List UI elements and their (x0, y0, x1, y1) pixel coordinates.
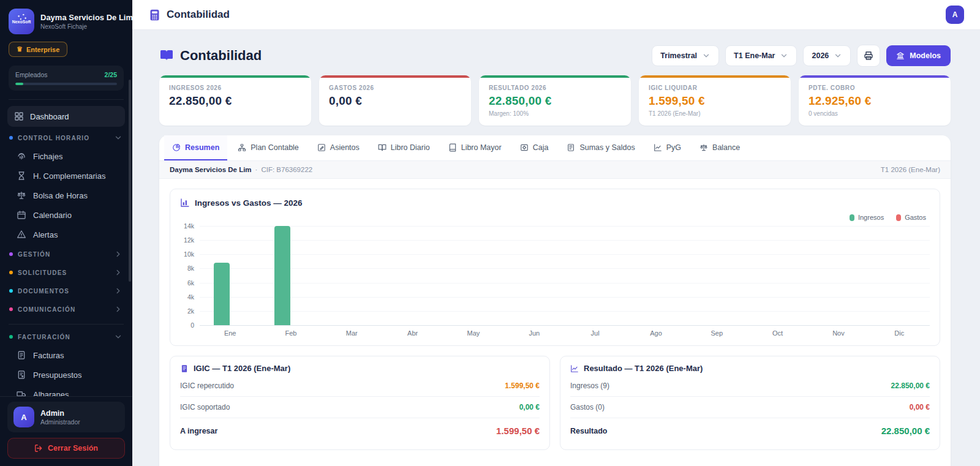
app-root: NexoSoft Dayma Servicios De Lim NexoSoft… (0, 0, 980, 466)
section-dot (9, 136, 13, 140)
chevron-down-icon (114, 333, 123, 341)
tab-balance[interactable]: Balance (692, 135, 748, 160)
bar-group-mar (322, 226, 382, 325)
stat-note (169, 110, 301, 118)
sidebar-item-facturas[interactable]: Facturas (0, 345, 132, 365)
legend-gastos[interactable]: Gastos (896, 214, 926, 221)
row-label: IGIC repercutido (180, 381, 234, 390)
tab-label: PyG (666, 143, 681, 152)
tab-plan-contable[interactable]: Plan Contable (230, 135, 307, 160)
models-button[interactable]: Modelos (886, 45, 951, 66)
stat-note: T1 2026 (Ene-Mar) (649, 110, 781, 118)
tab-bar: Resumen Plan Contable Asientos Libro Dia… (159, 135, 951, 161)
logout-button[interactable]: Cerrar Sesión (7, 438, 125, 459)
section-comunicacion[interactable]: COMUNICACIÓN (0, 299, 132, 318)
employees-progress-fill (15, 83, 23, 85)
y-tick: 0 (190, 321, 194, 329)
sidebar-item-bolsa-de-horas[interactable]: Bolsa de Horas (0, 186, 132, 205)
app-subtitle: NexoSoft Fichaje (40, 23, 133, 30)
invoice-icon (17, 350, 26, 360)
sidebar-scrollbar[interactable] (129, 80, 131, 282)
x-tick: Oct (747, 325, 808, 340)
x-tick: Nov (808, 325, 869, 340)
tab-libro-mayor[interactable]: Libro Mayor (440, 135, 510, 160)
tab-label: Plan Contable (251, 143, 299, 152)
legend-ingresos[interactable]: Ingresos (850, 214, 884, 221)
section-facturacion[interactable]: FACTURACIÓN (0, 327, 132, 345)
tab-label: Resumen (185, 143, 219, 152)
tab-label: Libro Diario (391, 143, 430, 152)
section-solicitudes[interactable]: SOLICITUDES (0, 263, 132, 281)
stat-label: GASTOS 2026 (329, 85, 461, 91)
tab-asientos[interactable]: Asientos (309, 135, 368, 160)
sidebar-item-h-complementarias[interactable]: H. Complementarias (0, 166, 132, 186)
tab-pyg[interactable]: PyG (646, 135, 689, 160)
pen-square-icon (317, 143, 326, 152)
book-open-icon (159, 48, 174, 63)
chart-title: Ingresos vs Gastos — 2026 (195, 198, 303, 208)
book-open-icon (378, 143, 386, 152)
row-value: 0,00 € (910, 403, 930, 412)
sidebar-header: NexoSoft Dayma Servicios De Lim NexoSoft… (0, 0, 132, 40)
bar-group-oct (747, 226, 808, 325)
user-role: Administrador (40, 418, 80, 426)
period-type-select[interactable]: Trimestral (652, 45, 719, 66)
stat-label: PDTE. COBRO (809, 85, 941, 91)
stat-label: IGIC LIQUIDAR (649, 85, 781, 91)
page-title: Contabilidad (180, 48, 262, 64)
y-tick: 4k (187, 293, 194, 301)
stat-card-ingresos: INGRESOS 2026 22.850,00 € (159, 75, 311, 126)
gridline (200, 325, 930, 326)
stat-note (329, 110, 461, 118)
stat-cards-row: INGRESOS 2026 22.850,00 € GASTOS 2026 0,… (159, 75, 951, 126)
sidebar-item-calendario[interactable]: Calendario (0, 205, 132, 225)
tab-resumen[interactable]: Resumen (164, 135, 227, 160)
chevron-down-icon (114, 133, 123, 142)
calendar-icon (17, 210, 26, 220)
sidebar-item-dashboard[interactable]: Dashboard (7, 106, 125, 127)
topbar: Contabilidad A (132, 0, 980, 30)
table-row: Gastos (0) 0,00 € (570, 397, 930, 418)
company-name: Dayma Servicios De Lim (40, 13, 133, 22)
bar-group-jun (504, 226, 565, 325)
calculator-icon (148, 9, 161, 21)
sidebar-item-label: Presupuestos (33, 370, 82, 380)
sidebar-divider (9, 99, 124, 100)
sidebar-item-albaranes[interactable]: Albaranes (0, 385, 132, 396)
sidebar-item-presupuestos[interactable]: Presupuestos (0, 365, 132, 385)
section-gestion[interactable]: GESTIÓN (0, 244, 132, 263)
year-select[interactable]: 2026 (803, 45, 851, 66)
section-control-horario[interactable]: CONTROL HORARIO (0, 128, 132, 146)
bar-group-jul (565, 226, 625, 325)
ledger-list-icon (567, 143, 575, 152)
table-total-row: Resultado 22.850,00 € (570, 418, 930, 442)
year-value: 2026 (812, 51, 829, 60)
period-select[interactable]: T1 Ene-Mar (725, 45, 797, 66)
sidebar-item-alertas[interactable]: Alertas (0, 225, 132, 244)
stat-card-igic-liquidar: IGIC LIQUIDAR 1.599,50 € T1 2026 (Ene-Ma… (639, 75, 791, 126)
scale-icon (17, 190, 26, 200)
user-name: Admin (40, 409, 80, 418)
bar-group-ene (200, 226, 260, 325)
sidebar-item-label: Calendario (33, 211, 72, 220)
company-strip-name: Dayma Servicios De Lim (170, 166, 252, 173)
company-logo: NexoSoft (9, 9, 34, 34)
chart-card: Ingresos vs Gastos — 2026 IngresosGastos… (170, 189, 940, 346)
row-label: IGIC soportado (180, 403, 230, 412)
section-dot (9, 307, 13, 311)
tab-caja[interactable]: Caja (512, 135, 557, 160)
print-button[interactable] (857, 45, 880, 67)
tab-sumas-y-saldos[interactable]: Sumas y Saldos (559, 135, 643, 160)
section-label: CONTROL HORARIO (18, 135, 89, 141)
hourglass-icon (17, 171, 26, 181)
tab-label: Libro Mayor (461, 143, 502, 152)
sidebar-item-fichajes[interactable]: Fichajes (0, 146, 132, 166)
user-card[interactable]: A Admin Administrador (7, 402, 125, 432)
document-icon (180, 364, 189, 373)
bar-group-dic (869, 226, 930, 325)
sidebar-divider (9, 324, 124, 325)
section-documentos[interactable]: DOCUMENTOS (0, 281, 132, 299)
avatar[interactable]: A (946, 6, 964, 24)
tab-libro-diario[interactable]: Libro Diario (370, 135, 438, 160)
bar-group-ago (625, 226, 686, 325)
